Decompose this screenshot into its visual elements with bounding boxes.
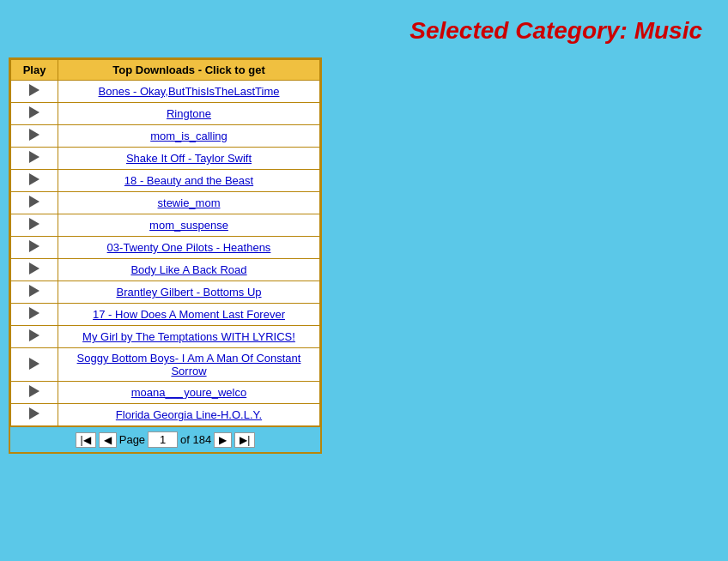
last-page-button[interactable]: ▶| (234, 432, 255, 448)
download-link-6[interactable]: stewie_mom (158, 196, 221, 209)
play-button-11[interactable] (29, 307, 39, 319)
downloads-table: Play Top Downloads - Click to get Bones … (10, 59, 320, 426)
download-link-7[interactable]: mom_suspense (149, 219, 228, 232)
col-downloads-header: Top Downloads - Click to get (58, 60, 320, 81)
play-button-8[interactable] (29, 240, 39, 252)
play-button-2[interactable] (29, 106, 39, 118)
play-button-14[interactable] (29, 385, 39, 397)
download-link-cell: Shake It Off - Taylor Swift (58, 148, 320, 170)
play-cell (11, 148, 58, 170)
download-link-cell: Brantley Gilbert - Bottoms Up (58, 281, 320, 304)
play-button-4[interactable] (29, 151, 39, 163)
table-row: mom_is_calling (11, 125, 320, 148)
play-cell (11, 281, 58, 304)
play-cell (11, 214, 58, 237)
download-link-10[interactable]: Brantley Gilbert - Bottoms Up (116, 286, 261, 299)
play-cell (11, 382, 58, 404)
table-row: Ringtone (11, 103, 320, 125)
prev-page-button[interactable]: ◀ (99, 432, 117, 448)
table-row: 18 - Beauty and the Beast (11, 170, 320, 192)
download-link-cell: moana___youre_welco (58, 382, 320, 404)
download-link-4[interactable]: Shake It Off - Taylor Swift (126, 152, 252, 165)
table-row: Shake It Off - Taylor Swift (11, 148, 320, 170)
play-button-1[interactable] (29, 84, 39, 96)
download-link-11[interactable]: 17 - How Does A Moment Last Forever (93, 308, 285, 321)
download-link-8[interactable]: 03-Twenty One Pilots - Heathens (107, 241, 271, 254)
downloads-table-container: Play Top Downloads - Click to get Bones … (9, 57, 322, 454)
table-row: moana___youre_welco (11, 382, 320, 404)
download-link-cell: mom_suspense (58, 214, 320, 237)
table-row: 03-Twenty One Pilots - Heathens (11, 237, 320, 259)
play-button-9[interactable] (29, 262, 39, 274)
table-row: Soggy Bottom Boys- I Am A Man Of Constan… (11, 348, 320, 382)
table-row: 17 - How Does A Moment Last Forever (11, 304, 320, 326)
download-link-cell: stewie_mom (58, 192, 320, 214)
play-button-13[interactable] (29, 358, 39, 370)
first-page-button[interactable]: |◀ (76, 432, 96, 448)
play-cell (11, 259, 58, 281)
title-area: Selected Category: Music (9, 9, 719, 57)
page-title: Selected Category: Music (410, 17, 702, 44)
download-link-cell: Ringtone (58, 103, 320, 125)
play-button-5[interactable] (29, 173, 39, 185)
download-link-1[interactable]: Bones - Okay,ButThisIsTheLastTime (99, 85, 280, 98)
play-cell (11, 103, 58, 125)
play-button-15[interactable] (29, 407, 39, 419)
download-link-cell: 18 - Beauty and the Beast (58, 170, 320, 192)
play-button-12[interactable] (29, 329, 39, 341)
download-link-cell: Body Like A Back Road (58, 259, 320, 281)
table-row: stewie_mom (11, 192, 320, 214)
play-cell (11, 348, 58, 382)
download-link-3[interactable]: mom_is_calling (150, 130, 228, 142)
play-button-3[interactable] (29, 129, 39, 141)
play-cell (11, 170, 58, 192)
download-link-cell: mom_is_calling (58, 125, 320, 148)
download-link-15[interactable]: Florida Georgia Line-H.O.L.Y. (116, 408, 262, 421)
of-label: of 184 (180, 433, 211, 446)
next-page-button[interactable]: ▶ (214, 432, 232, 448)
play-cell (11, 81, 58, 103)
page-container: Selected Category: Music Play Top Downlo… (0, 0, 728, 561)
table-row: My Girl by The Temptations WITH LYRICS! (11, 326, 320, 348)
play-cell (11, 125, 58, 148)
play-cell (11, 304, 58, 326)
play-cell (11, 326, 58, 348)
download-link-cell: Bones - Okay,ButThisIsTheLastTime (58, 81, 320, 103)
page-label: Page (119, 433, 145, 446)
download-link-13[interactable]: Soggy Bottom Boys- I Am A Man Of Constan… (77, 352, 301, 377)
download-link-2[interactable]: Ringtone (167, 107, 211, 120)
table-row: mom_suspense (11, 214, 320, 237)
download-link-5[interactable]: 18 - Beauty and the Beast (124, 174, 253, 187)
play-button-10[interactable] (29, 285, 39, 297)
play-button-6[interactable] (29, 196, 39, 208)
table-row: Brantley Gilbert - Bottoms Up (11, 281, 320, 304)
play-button-7[interactable] (29, 218, 39, 230)
download-link-cell: Soggy Bottom Boys- I Am A Man Of Constan… (58, 348, 320, 382)
download-link-cell: Florida Georgia Line-H.O.L.Y. (58, 404, 320, 426)
table-header-row: Play Top Downloads - Click to get (11, 60, 320, 81)
page-input[interactable] (148, 431, 178, 448)
download-link-cell: 03-Twenty One Pilots - Heathens (58, 237, 320, 259)
pagination-bar: |◀ ◀ Page of 184 ▶ ▶| (10, 426, 320, 452)
table-row: Body Like A Back Road (11, 259, 320, 281)
play-cell (11, 192, 58, 214)
download-link-cell: My Girl by The Temptations WITH LYRICS! (58, 326, 320, 348)
download-link-14[interactable]: moana___youre_welco (131, 386, 246, 399)
play-cell (11, 404, 58, 426)
download-link-12[interactable]: My Girl by The Temptations WITH LYRICS! (82, 330, 295, 343)
download-link-cell: 17 - How Does A Moment Last Forever (58, 304, 320, 326)
download-link-9[interactable]: Body Like A Back Road (130, 263, 246, 276)
col-play-header: Play (11, 60, 58, 81)
table-row: Bones - Okay,ButThisIsTheLastTime (11, 81, 320, 103)
table-row: Florida Georgia Line-H.O.L.Y. (11, 404, 320, 426)
play-cell (11, 237, 58, 259)
